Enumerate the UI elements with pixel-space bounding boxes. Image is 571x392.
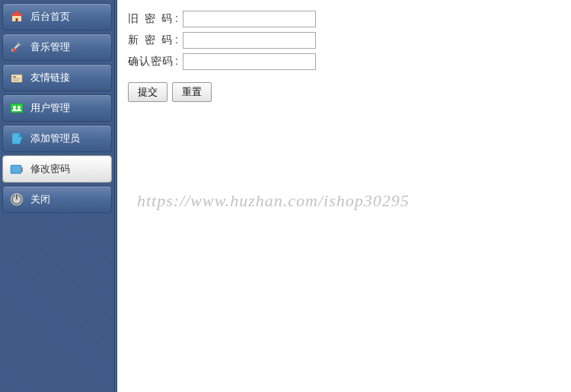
svg-rect-10 bbox=[11, 166, 21, 173]
nav-item-links[interactable]: 友情链接 bbox=[2, 64, 112, 91]
nav-item-users[interactable]: 用户管理 bbox=[2, 94, 112, 122]
password-icon bbox=[9, 161, 24, 177]
svg-rect-1 bbox=[16, 18, 18, 21]
nav-label: 音乐管理 bbox=[30, 40, 70, 54]
confirm-password-label: 确认密码 bbox=[128, 55, 183, 69]
nav-item-close[interactable]: 关闭 bbox=[2, 186, 112, 213]
svg-rect-4 bbox=[13, 78, 21, 79]
watermark-text: https://www.huzhan.com/ishop30295 bbox=[137, 191, 410, 211]
svg-point-8 bbox=[18, 106, 21, 109]
nav-label: 修改密码 bbox=[30, 162, 70, 176]
home-icon bbox=[9, 9, 24, 24]
link-icon bbox=[9, 70, 24, 85]
nav-item-home[interactable]: 后台首页 bbox=[2, 3, 112, 30]
users-icon bbox=[9, 100, 24, 116]
sidebar: 后台首页 音乐管理 友情链接 用户管理 添加管理员 bbox=[0, 0, 114, 392]
power-icon bbox=[9, 192, 24, 207]
nav-item-music[interactable]: 音乐管理 bbox=[2, 33, 112, 61]
submit-button[interactable]: 提交 bbox=[128, 82, 167, 102]
nav-label: 后台首页 bbox=[30, 10, 70, 24]
nav-label: 用户管理 bbox=[30, 101, 70, 115]
new-password-input[interactable] bbox=[183, 32, 316, 49]
svg-point-7 bbox=[13, 106, 16, 109]
svg-rect-16 bbox=[16, 194, 18, 199]
main-content: 旧 密 码 新 密 码 确认密码 提交 重置 https://www.huzha… bbox=[117, 0, 571, 392]
svg-rect-3 bbox=[13, 76, 16, 78]
svg-rect-11 bbox=[21, 167, 23, 172]
nav-label: 添加管理员 bbox=[30, 132, 80, 145]
add-admin-icon bbox=[9, 131, 24, 146]
nav-item-password[interactable]: 修改密码 bbox=[2, 155, 112, 183]
nav-label: 关闭 bbox=[30, 193, 50, 206]
svg-rect-5 bbox=[13, 80, 19, 81]
old-password-input[interactable] bbox=[183, 11, 316, 27]
nav-label: 友情链接 bbox=[30, 71, 70, 84]
nav-item-add-admin[interactable]: 添加管理员 bbox=[2, 125, 112, 152]
svg-rect-6 bbox=[11, 104, 23, 113]
new-password-label: 新 密 码 bbox=[128, 33, 183, 47]
wrench-icon bbox=[9, 40, 24, 55]
confirm-password-input[interactable] bbox=[183, 53, 316, 70]
reset-button[interactable]: 重置 bbox=[172, 82, 212, 102]
old-password-label: 旧 密 码 bbox=[128, 12, 183, 26]
